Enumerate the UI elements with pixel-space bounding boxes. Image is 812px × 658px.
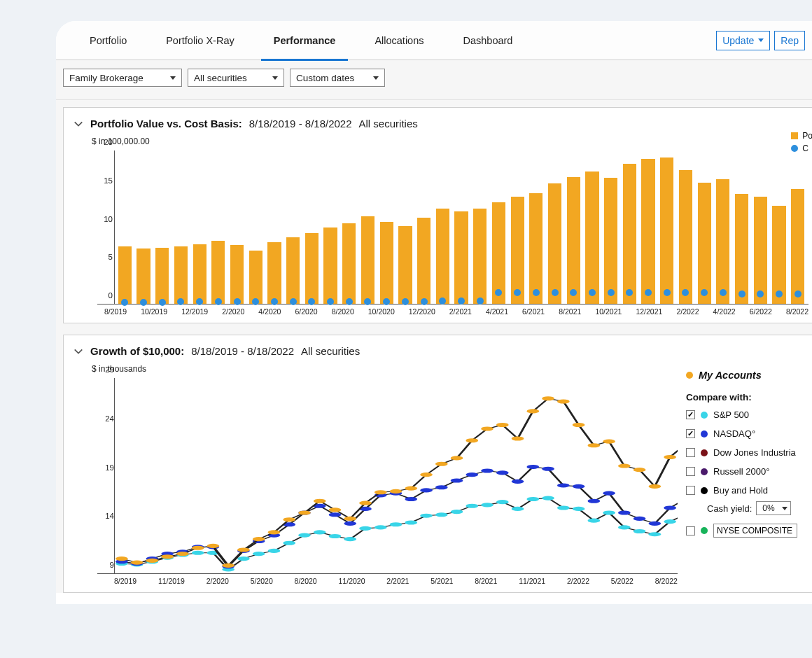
bar-col [377, 150, 396, 304]
series-point [314, 499, 326, 503]
compare-checkbox[interactable] [686, 410, 695, 419]
x-tick: 6/2021 [522, 307, 545, 316]
series-point [618, 510, 631, 514]
tab-performance[interactable]: Performance [261, 21, 349, 60]
compare-checkbox[interactable] [686, 429, 695, 438]
bar-col [358, 150, 377, 304]
cost-dot [495, 289, 502, 296]
series-point [664, 505, 676, 510]
compare-checkbox-benchmark[interactable] [686, 526, 695, 536]
portfolio-bar [417, 218, 430, 304]
bar-col [209, 150, 228, 304]
portfolio-bar [511, 197, 524, 304]
x-tick: 6/2022 [750, 307, 772, 316]
portfolio-bar [716, 179, 729, 304]
portfolio-bar [641, 159, 654, 304]
panel2-dates: 8/18/2019 - 8/18/2022 [191, 345, 294, 357]
collapse-icon[interactable] [74, 119, 83, 129]
x-tick: 8/2022 [786, 307, 808, 316]
securities-select[interactable]: All securities [188, 69, 284, 87]
bar-col [433, 150, 452, 304]
cost-dot [570, 289, 577, 296]
series-point [573, 484, 585, 489]
bar-col [115, 150, 134, 304]
compare-checkbox[interactable] [686, 467, 695, 476]
cost-dot [477, 298, 484, 304]
portfolio-bar [473, 209, 486, 304]
cash-yield-label: Cash yield: [707, 503, 752, 514]
x-tick [581, 307, 595, 316]
x-tick [318, 307, 332, 316]
cost-dot [308, 298, 315, 305]
portfolio-bar [604, 178, 617, 304]
tab-dashboard[interactable]: Dashboard [451, 21, 526, 60]
update-button[interactable]: Update [716, 31, 770, 50]
series-point [451, 510, 463, 514]
series-line [122, 467, 678, 566]
cost-dot [738, 290, 746, 298]
cost-dot [776, 290, 783, 298]
series-point [146, 559, 159, 563]
cost-dot [720, 289, 727, 296]
collapse-icon[interactable] [74, 346, 83, 356]
portfolio-bar [529, 193, 542, 304]
portfolio-bar [567, 177, 580, 304]
x-tick: 8/2019 [114, 577, 136, 585]
portfolio-bar [660, 158, 673, 304]
series-point [374, 525, 387, 529]
portfolio-bar [361, 216, 374, 304]
legend-swatch [701, 487, 708, 494]
series-point [587, 519, 600, 523]
benchmark-input[interactable] [713, 524, 797, 538]
cost-dot [402, 298, 409, 305]
series-line [122, 398, 678, 566]
panel2-scope: All securities [301, 345, 360, 357]
series-point [435, 512, 448, 517]
x-tick: 12/2020 [409, 307, 435, 316]
tab-portfolio[interactable]: Portfolio [77, 21, 139, 60]
series-point [603, 440, 615, 444]
series-point [649, 532, 662, 536]
legend-swatch [701, 412, 708, 419]
panel1-dates: 8/18/2019 - 8/18/2022 [249, 118, 352, 130]
tab-allocations[interactable]: Allocations [362, 21, 436, 60]
x-tick [622, 307, 636, 316]
x-tick [545, 307, 559, 316]
cost-dot [514, 289, 521, 296]
report-button[interactable]: Rep [774, 31, 805, 50]
bar-col [714, 150, 733, 304]
cash-yield-select[interactable]: 0% [756, 501, 791, 515]
series-point [649, 522, 662, 526]
bar-col [620, 150, 639, 304]
x-tick: 8/2021 [475, 577, 497, 585]
series-point [557, 505, 570, 510]
cost-dot [645, 289, 652, 296]
series-point [237, 556, 250, 561]
series-point [634, 529, 646, 533]
account-select[interactable]: Family Brokerage [63, 69, 182, 87]
cost-dot [682, 289, 689, 296]
series-point [405, 486, 417, 491]
chart1-y-units: $ in 100,000.00 [92, 136, 808, 146]
compare-row: NASDAQ° [686, 428, 808, 439]
series-point [664, 455, 676, 459]
dates-select[interactable]: Custom dates [290, 69, 385, 87]
x-tick: 2/2022 [676, 307, 699, 316]
tab-portfolio-xray[interactable]: Portfolio X-Ray [153, 21, 247, 60]
portfolio-bar [380, 222, 393, 304]
series-point [603, 491, 615, 496]
x-tick [127, 307, 141, 316]
chevron-down-icon [782, 507, 788, 510]
bar-col [470, 150, 489, 304]
bar-col [153, 150, 172, 304]
compare-checkbox[interactable] [686, 486, 695, 495]
compare-checkbox[interactable] [686, 448, 695, 457]
cost-dot [589, 289, 596, 296]
series-point [481, 426, 493, 430]
compare-label: Russell 2000° [713, 466, 769, 477]
series-point [115, 556, 128, 561]
x-tick [281, 307, 295, 316]
x-tick: 8/2019 [104, 307, 127, 316]
bar-col [770, 150, 789, 304]
series-point [465, 504, 478, 508]
